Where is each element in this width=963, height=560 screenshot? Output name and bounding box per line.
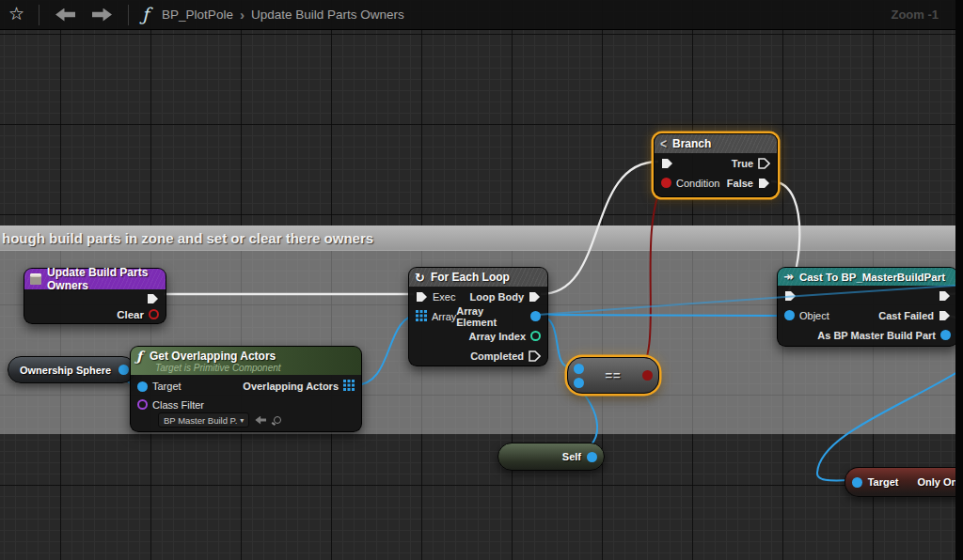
equal-symbol: == bbox=[605, 368, 621, 382]
node-title: Branch bbox=[672, 137, 711, 150]
comment-title: hough build parts in zone and set or cle… bbox=[0, 230, 373, 246]
use-selected-arrow-icon[interactable] bbox=[255, 416, 266, 425]
browse-magnifier-icon[interactable] bbox=[272, 415, 282, 426]
target-input-pin[interactable] bbox=[852, 477, 862, 488]
node-equal-equal[interactable]: == bbox=[567, 357, 659, 394]
branch-icon: < bbox=[660, 136, 667, 151]
pin-label-array: Array bbox=[432, 311, 456, 322]
pin-label-completed: Completed bbox=[470, 350, 524, 362]
self-label: Self bbox=[562, 451, 581, 462]
pin-label-object: Object bbox=[799, 310, 829, 321]
breadcrumb-root[interactable]: BP_PlotPole bbox=[162, 8, 233, 22]
node-subtitle: Target is Primitive Component bbox=[155, 363, 355, 373]
pin-label-target: Target bbox=[868, 476, 899, 488]
node-title: For Each Loop bbox=[431, 271, 510, 284]
target-input-pin[interactable] bbox=[137, 381, 148, 392]
node-get-overlapping-actors[interactable]: ƒ Get Overlapping Actors Target is Primi… bbox=[130, 346, 362, 432]
pin-label-true: True bbox=[732, 158, 753, 169]
pin-label-overlapping-actors: Overlapping Actors bbox=[243, 381, 339, 392]
forward-arrow-icon[interactable] bbox=[92, 8, 112, 22]
class-filter-dropdown[interactable]: BP Master Build P. ▾ bbox=[158, 412, 249, 428]
pin-label-clear: Clear bbox=[117, 309, 144, 320]
toolbar-divider bbox=[39, 5, 39, 25]
clear-bool-pin[interactable] bbox=[149, 309, 159, 319]
breadcrumb-current[interactable]: Update Build Parts Owners bbox=[251, 8, 404, 22]
graph-toolbar: ☆ ƒ BP_PlotPole › Update Build Parts Own… bbox=[0, 0, 963, 30]
blueprint-graph-canvas[interactable]: hough build parts in zone and set or cle… bbox=[0, 0, 963, 560]
array-index-pin[interactable] bbox=[530, 331, 541, 341]
exec-output-pin[interactable] bbox=[939, 290, 951, 302]
node-title: Update Build Parts Owners bbox=[47, 266, 160, 292]
pin-label-condition: Condition bbox=[676, 178, 719, 189]
pin-label-as-bp-master-build-part: As BP Master Build Part bbox=[817, 330, 936, 341]
breadcrumb-chevron-icon: › bbox=[240, 7, 245, 23]
node-for-each-loop[interactable]: ↻ For Each Loop Exec Loop Body Array Arr… bbox=[408, 267, 548, 366]
equal-result-pin[interactable] bbox=[642, 370, 653, 381]
equal-input-b-pin[interactable] bbox=[574, 378, 584, 388]
completed-exec-pin[interactable] bbox=[529, 350, 541, 362]
pin-label-loop-body: Loop Body bbox=[470, 291, 524, 303]
array-element-pin[interactable] bbox=[530, 311, 541, 321]
ownership-sphere-output-pin[interactable] bbox=[118, 365, 129, 375]
array-input-pin[interactable] bbox=[416, 310, 427, 323]
comment-title-bar[interactable]: hough build parts in zone and set or cle… bbox=[0, 226, 963, 251]
condition-bool-pin[interactable] bbox=[661, 178, 671, 188]
favorite-star-icon[interactable]: ☆ bbox=[8, 3, 24, 24]
event-grid-icon bbox=[30, 273, 41, 285]
pin-label-target: Target bbox=[152, 381, 182, 392]
loop-body-exec-pin[interactable] bbox=[529, 291, 541, 303]
node-title: Get Overlapping Actors bbox=[150, 350, 276, 363]
false-exec-pin[interactable] bbox=[758, 178, 770, 189]
variable-label: Ownership Sphere bbox=[20, 365, 111, 376]
pin-label-exec: Exec bbox=[433, 291, 455, 303]
self-output-pin[interactable] bbox=[587, 452, 597, 462]
overlapping-actors-array-pin[interactable] bbox=[343, 380, 355, 393]
cast-failed-exec-pin[interactable] bbox=[939, 310, 951, 321]
node-partial-bottom-right[interactable]: Target Only One O bbox=[845, 467, 963, 497]
dropdown-caret-icon: ▾ bbox=[240, 416, 244, 425]
node-update-build-parts-owners[interactable]: Update Build Parts Owners Clear bbox=[24, 268, 166, 324]
exec-input-pin[interactable] bbox=[661, 158, 673, 169]
function-icon: ƒ bbox=[136, 349, 142, 364]
node-self-reference[interactable]: Self bbox=[497, 443, 605, 471]
node-branch[interactable]: < Branch True Condition False bbox=[654, 133, 778, 197]
equal-input-a-pin[interactable] bbox=[574, 364, 584, 374]
back-arrow-icon[interactable] bbox=[55, 8, 75, 22]
true-exec-pin[interactable] bbox=[758, 158, 770, 169]
node-title: Cast To BP_MasterBuildPart bbox=[799, 272, 945, 283]
cast-icon: ↠ bbox=[783, 270, 794, 284]
toolbar-divider bbox=[128, 5, 129, 25]
right-edge-scrollbar[interactable] bbox=[955, 0, 963, 560]
pin-label-class-filter: Class Filter bbox=[152, 399, 204, 411]
pin-label-array-index: Array Index bbox=[468, 331, 526, 342]
node-ownership-sphere-getter[interactable]: Ownership Sphere bbox=[8, 356, 135, 383]
as-bp-master-build-part-pin[interactable] bbox=[940, 330, 951, 340]
function-icon: ƒ bbox=[142, 4, 149, 24]
pin-label-false: False bbox=[727, 178, 753, 189]
object-input-pin[interactable] bbox=[784, 310, 795, 320]
pin-label-array-element: Array Element bbox=[456, 305, 526, 328]
node-cast-to-bp-masterbuildpart[interactable]: ↠ Cast To BP_MasterBuildPart Object Cast… bbox=[777, 267, 958, 347]
loop-icon: ↻ bbox=[415, 271, 425, 285]
exec-output-pin[interactable] bbox=[147, 293, 159, 304]
zoom-level-label: Zoom -1 bbox=[891, 8, 939, 22]
pin-label-cast-failed: Cast Failed bbox=[878, 310, 934, 321]
class-filter-pin[interactable] bbox=[137, 399, 148, 410]
exec-input-pin[interactable] bbox=[416, 291, 428, 303]
exec-input-pin[interactable] bbox=[784, 290, 797, 302]
